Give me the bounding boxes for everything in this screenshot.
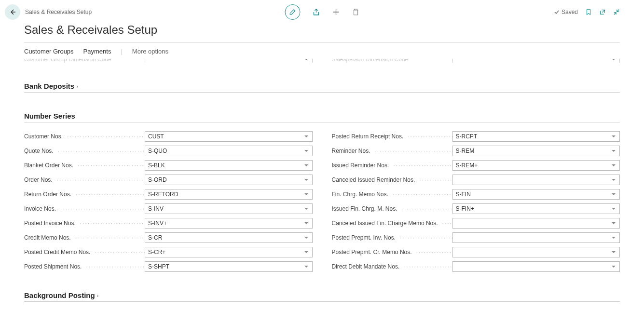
field-label: Credit Memo Nos. xyxy=(24,234,145,241)
field-label: Invoice Nos. xyxy=(24,205,145,212)
field-label: Posted Prepmt. Cr. Memo Nos. xyxy=(332,249,452,256)
lookup-input[interactable]: S-QUO xyxy=(145,146,313,156)
field-row: Invoice Nos.S-INV xyxy=(24,203,313,214)
new-icon[interactable] xyxy=(332,8,340,16)
lookup-input[interactable]: S-INV+ xyxy=(145,218,313,229)
field-label: Fin. Chrg. Memo Nos. xyxy=(332,191,452,198)
field-label: Posted Credit Memo Nos. xyxy=(24,249,145,256)
lookup-input[interactable]: S-INV xyxy=(145,203,313,214)
lookup-input[interactable]: S-RETORD xyxy=(145,189,313,200)
more-options[interactable]: More options xyxy=(132,48,168,55)
field-label: Order Nos. xyxy=(24,176,145,183)
field-label: Return Order Nos. xyxy=(24,191,145,198)
lookup-input[interactable]: S-REM xyxy=(452,146,620,156)
lookup-input[interactable]: S-FIN+ xyxy=(452,203,620,214)
field-label: Issued Reminder Nos. xyxy=(332,162,452,169)
field-label: Direct Debit Mandate Nos. xyxy=(332,263,452,270)
lookup-input[interactable]: S-RCPT xyxy=(452,131,620,142)
chevron-right-icon: › xyxy=(97,293,99,298)
field-row: Reminder Nos.S-REM xyxy=(332,146,620,156)
field-row: Posted Prepmt. Cr. Memo Nos. xyxy=(332,247,620,257)
lookup-input[interactable]: S-ORD xyxy=(145,175,313,185)
field-label: Canceled Issued Reminder Nos. xyxy=(332,176,452,183)
field-label: Reminder Nos. xyxy=(332,148,452,154)
page-title: Sales & Receivales Setup xyxy=(0,19,644,42)
tab-separator: | xyxy=(121,48,122,55)
lookup-input[interactable]: S-FIN xyxy=(452,189,620,200)
tab-customer-groups[interactable]: Customer Groups xyxy=(24,48,74,55)
field-row: Fin. Chrg. Memo Nos.S-FIN xyxy=(332,189,620,200)
lookup-input[interactable] xyxy=(452,247,620,257)
tab-payments[interactable]: Payments xyxy=(83,48,111,55)
breadcrumb: Sales & Receivales Setup xyxy=(25,9,92,15)
field-row: Direct Debit Mandate Nos. xyxy=(332,261,620,272)
field-row: Canceled Issued Fin. Charge Memo Nos. xyxy=(332,218,620,229)
lookup-input[interactable]: CUST xyxy=(145,131,313,142)
delete-icon[interactable] xyxy=(352,8,359,16)
field-label: Posted Prepmt. Inv. Nos. xyxy=(332,234,452,241)
field-label: Posted Return Receipt Nos. xyxy=(332,133,452,140)
pencil-icon xyxy=(289,9,296,15)
section-number-series[interactable]: Number Series xyxy=(24,112,620,122)
lookup-input[interactable]: S-BLK xyxy=(145,160,313,171)
saved-status: Saved xyxy=(554,9,578,15)
customer-group-dim-input[interactable] xyxy=(145,59,313,63)
section-bank-deposits[interactable]: Bank Deposits › xyxy=(24,82,620,93)
field-row: Posted Return Receipt Nos.S-RCPT xyxy=(332,131,620,142)
field-row: Credit Memo Nos.S-CR xyxy=(24,232,313,243)
field-label: Quote Nos. xyxy=(24,148,145,154)
salesperson-dim-input[interactable] xyxy=(452,59,620,63)
lookup-input[interactable]: S-CR+ xyxy=(145,247,313,257)
field-row: Blanket Order Nos.S-BLK xyxy=(24,160,313,171)
chevron-right-icon: › xyxy=(76,83,78,89)
field-row: Order Nos.S-ORD xyxy=(24,175,313,185)
lookup-input[interactable] xyxy=(452,261,620,272)
cut-label-right: Salesperson Dimension Code xyxy=(332,59,452,63)
field-row: Quote Nos.S-QUO xyxy=(24,146,313,156)
field-row: Issued Reminder Nos.S-REM+ xyxy=(332,160,620,171)
field-row: Issued Fin. Chrg. M. Nos.S-FIN+ xyxy=(332,203,620,214)
lookup-input[interactable]: S-REM+ xyxy=(452,160,620,171)
collapse-icon[interactable] xyxy=(613,9,620,15)
lookup-input[interactable]: S-SHPT xyxy=(145,261,313,272)
cut-label-left: Customer Group Dimension Code xyxy=(24,59,145,63)
section-background-posting[interactable]: Background Posting › xyxy=(24,291,620,302)
field-row: Canceled Issued Reminder Nos. xyxy=(332,175,620,185)
lookup-input[interactable]: S-CR xyxy=(145,232,313,243)
field-label: Blanket Order Nos. xyxy=(24,162,145,169)
field-label: Canceled Issued Fin. Charge Memo Nos. xyxy=(332,220,452,227)
field-row: Posted Shipment Nos.S-SHPT xyxy=(24,261,313,272)
edit-button[interactable] xyxy=(285,4,300,20)
field-row: Posted Credit Memo Nos.S-CR+ xyxy=(24,247,313,257)
popout-icon[interactable] xyxy=(599,9,606,15)
lookup-input[interactable] xyxy=(452,175,620,185)
bookmark-icon[interactable] xyxy=(585,9,592,15)
back-button[interactable] xyxy=(5,4,20,20)
field-row: Return Order Nos.S-RETORD xyxy=(24,189,313,200)
field-row: Posted Prepmt. Inv. Nos. xyxy=(332,232,620,243)
lookup-input[interactable] xyxy=(452,232,620,243)
check-icon xyxy=(554,9,560,15)
arrow-left-icon xyxy=(9,8,16,16)
field-label: Issued Fin. Chrg. M. Nos. xyxy=(332,205,452,212)
share-icon[interactable] xyxy=(312,8,320,16)
field-row: Customer Nos.CUST xyxy=(24,131,313,142)
field-row: Posted Invoice Nos.S-INV+ xyxy=(24,218,313,229)
field-label: Posted Invoice Nos. xyxy=(24,220,145,227)
field-label: Customer Nos. xyxy=(24,133,145,140)
lookup-input[interactable] xyxy=(452,218,620,229)
field-label: Posted Shipment Nos. xyxy=(24,263,145,270)
